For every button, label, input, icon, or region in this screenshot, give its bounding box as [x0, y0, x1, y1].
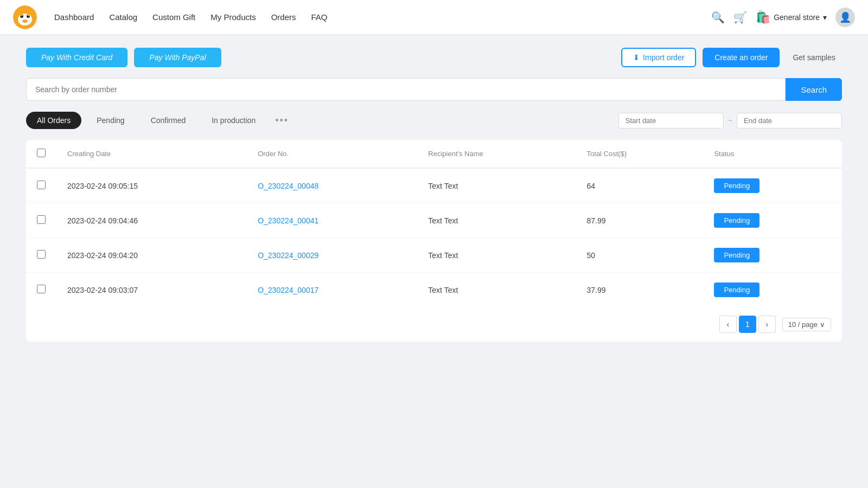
table-row: 2023-02-24 09:04:20 O_230224_00029 Text …: [26, 238, 842, 273]
payment-row: Pay With Credit Card Pay With PayPal ⬇ I…: [26, 48, 842, 67]
prev-page-button[interactable]: ‹: [719, 316, 737, 333]
import-order-button[interactable]: ⬇ Import order: [621, 48, 696, 67]
col-recipient-name: Recipient's Name: [417, 140, 576, 168]
row-status: Pending: [703, 168, 842, 203]
col-total-cost: Total Cost($): [576, 140, 704, 168]
svg-point-6: [22, 20, 28, 23]
page-size-chevron-icon: ∨: [820, 320, 825, 329]
tab-in-production[interactable]: In production: [201, 112, 266, 129]
col-order-no: Order No.: [247, 140, 417, 168]
status-badge: Pending: [714, 248, 760, 262]
logo[interactable]: [13, 5, 37, 29]
row-status: Pending: [703, 273, 842, 307]
row-checkbox-col: [26, 238, 56, 273]
pagination-row: ‹ 1 › 10 / page ∨: [26, 307, 842, 342]
select-all-checkbox[interactable]: [37, 149, 46, 157]
page-1-button[interactable]: 1: [739, 316, 756, 333]
status-badge: Pending: [714, 213, 760, 228]
table-header-row: Creating Date Order No. Recipient's Name…: [26, 140, 842, 168]
row-checkbox[interactable]: [37, 181, 46, 189]
nav-dashboard[interactable]: Dashboard: [54, 12, 94, 22]
chevron-down-icon: ▾: [823, 13, 827, 22]
start-date-input[interactable]: [618, 113, 724, 129]
main-content: Pay With Credit Card Pay With PayPal ⬇ I…: [0, 35, 868, 355]
page-size-label: 10 / page: [788, 320, 818, 329]
nav-my-products[interactable]: My Products: [210, 12, 256, 22]
search-icon[interactable]: 🔍: [711, 11, 725, 24]
import-icon: ⬇: [633, 53, 640, 62]
store-bag-icon: 🛍️: [756, 10, 770, 24]
row-order-no[interactable]: O_230224_00017: [247, 273, 417, 307]
row-total-cost: 64: [576, 168, 704, 203]
nav-links: Dashboard Catalog Custom Gift My Product…: [54, 12, 694, 22]
nav-orders[interactable]: Orders: [271, 12, 296, 22]
table-row: 2023-02-24 09:05:15 O_230224_00048 Text …: [26, 168, 842, 203]
row-checkbox-col: [26, 273, 56, 307]
row-status: Pending: [703, 238, 842, 273]
create-order-button[interactable]: Create an order: [703, 48, 780, 67]
row-recipient-name: Text Text: [417, 273, 576, 307]
row-total-cost: 37.99: [576, 273, 704, 307]
next-page-button[interactable]: ›: [758, 316, 776, 333]
col-creating-date: Creating Date: [56, 140, 247, 168]
nav-catalog[interactable]: Catalog: [109, 12, 137, 22]
navbar-right: 🔍 🛒 🛍️ General store ▾ 👤: [711, 8, 855, 27]
table-row: 2023-02-24 09:04:46 O_230224_00041 Text …: [26, 203, 842, 238]
store-selector[interactable]: 🛍️ General store ▾: [756, 10, 827, 24]
page-size-selector[interactable]: 10 / page ∨: [782, 318, 831, 331]
nav-faq[interactable]: FAQ: [311, 12, 327, 22]
store-name: General store: [774, 13, 820, 22]
search-input[interactable]: [26, 78, 786, 101]
orders-table-card: Creating Date Order No. Recipient's Name…: [26, 140, 842, 342]
navbar: Dashboard Catalog Custom Gift My Product…: [0, 0, 868, 35]
row-date: 2023-02-24 09:04:20: [56, 238, 247, 273]
pay-paypal-button[interactable]: Pay With PayPal: [134, 48, 221, 67]
cart-icon[interactable]: 🛒: [733, 11, 747, 24]
search-button[interactable]: Search: [786, 78, 842, 101]
nav-custom-gift[interactable]: Custom Gift: [152, 12, 195, 22]
orders-table: Creating Date Order No. Recipient's Name…: [26, 140, 842, 307]
row-date: 2023-02-24 09:04:46: [56, 203, 247, 238]
row-recipient-name: Text Text: [417, 168, 576, 203]
status-badge: Pending: [714, 282, 760, 297]
pay-credit-card-button[interactable]: Pay With Credit Card: [26, 48, 127, 67]
row-checkbox-col: [26, 203, 56, 238]
tab-all-orders[interactable]: All Orders: [26, 112, 81, 129]
row-date: 2023-02-24 09:05:15: [56, 168, 247, 203]
import-order-label: Import order: [643, 53, 684, 62]
row-status: Pending: [703, 203, 842, 238]
avatar[interactable]: 👤: [835, 8, 855, 27]
row-recipient-name: Text Text: [417, 203, 576, 238]
date-separator: ~: [728, 116, 732, 125]
row-order-no[interactable]: O_230224_00029: [247, 238, 417, 273]
row-checkbox[interactable]: [37, 250, 46, 259]
tabs-more-icon[interactable]: •••: [271, 115, 293, 126]
tab-confirmed[interactable]: Confirmed: [140, 112, 197, 129]
tab-pending[interactable]: Pending: [86, 112, 135, 129]
table-row: 2023-02-24 09:03:07 O_230224_00017 Text …: [26, 273, 842, 307]
row-date: 2023-02-24 09:03:07: [56, 273, 247, 307]
row-order-no[interactable]: O_230224_00041: [247, 203, 417, 238]
row-checkbox[interactable]: [37, 285, 46, 293]
get-samples-button[interactable]: Get samples: [786, 49, 842, 66]
search-row: Search: [26, 78, 842, 101]
row-checkbox[interactable]: [37, 215, 46, 224]
row-checkbox-col: [26, 168, 56, 203]
col-status: Status: [703, 140, 842, 168]
row-recipient-name: Text Text: [417, 238, 576, 273]
end-date-input[interactable]: [737, 113, 842, 129]
row-order-no[interactable]: O_230224_00048: [247, 168, 417, 203]
row-total-cost: 87.99: [576, 203, 704, 238]
date-filters: ~: [618, 113, 842, 129]
select-all-col: [26, 140, 56, 168]
row-total-cost: 50: [576, 238, 704, 273]
status-badge: Pending: [714, 178, 760, 193]
tabs-row: All Orders Pending Confirmed In producti…: [26, 112, 842, 129]
